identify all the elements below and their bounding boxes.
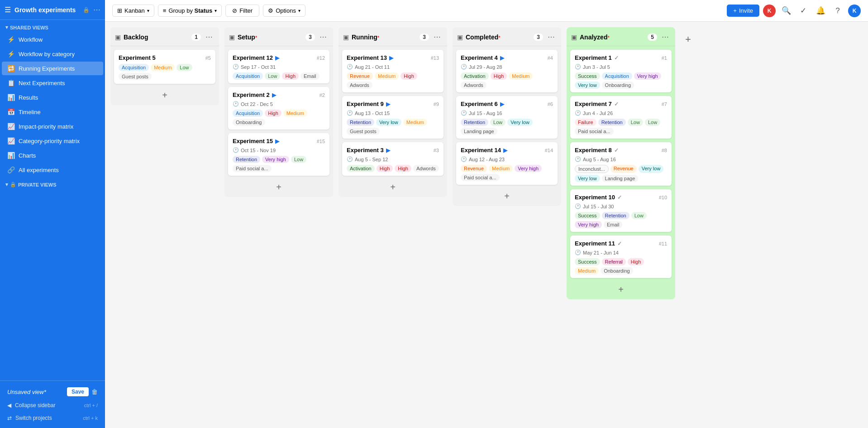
card-date-exp14: 🕐Aug 12 - Aug 23	[461, 156, 553, 162]
col-body-analyzed: Experiment 1✓#1🕐Jun 3 - Jul 5SuccessAcqu…	[567, 46, 675, 280]
sidebar-item-results[interactable]: 📊 Results	[2, 91, 103, 104]
add-card-button-setup[interactable]: +	[227, 180, 330, 194]
sidebar-item-impact-matrix[interactable]: 📈 Impact-priority matrix	[2, 120, 103, 133]
lock-small-icon: 🔒	[10, 182, 16, 188]
add-card-button-running[interactable]: +	[341, 180, 444, 194]
notifications-button[interactable]: ✓	[796, 4, 810, 18]
card-header-exp7: Experiment 7✓#7	[575, 101, 667, 107]
play-button-exp15[interactable]: ▶	[275, 138, 279, 144]
sidebar-item-running[interactable]: 🔁 Running Experiments	[2, 62, 103, 75]
user-avatar-main[interactable]: K	[848, 5, 861, 17]
sidebar-item-timeline[interactable]: 📅 Timeline	[2, 105, 103, 119]
card-exp15[interactable]: Experiment 15▶#15🕐Oct 15 - Nov 19Retenti…	[228, 133, 329, 176]
collapse-label: Collapse sidebar	[15, 402, 55, 409]
tag-low: Low	[490, 119, 506, 126]
tag-high: High	[628, 258, 644, 265]
sidebar-item-workflow-category[interactable]: ⚡ Workflow by category	[2, 47, 103, 61]
tag-medium: Medium	[509, 72, 533, 80]
col-body-completed: Experiment 4▶#4🕐Jul 29 - Aug 28Activatio…	[453, 46, 561, 187]
shared-views-section: ▾ SHARED VIEWS	[0, 20, 105, 32]
play-button-exp12[interactable]: ▶	[275, 55, 279, 61]
add-column-button[interactable]: +	[681, 29, 696, 50]
card-num-exp13: #13	[431, 55, 439, 61]
add-card-button-backlog[interactable]: +	[113, 88, 216, 102]
play-button-exp2[interactable]: ▶	[272, 92, 276, 98]
tag-high: High	[282, 72, 299, 80]
card-exp3[interactable]: Experiment 3▶#3🕐Aug 5 - Sep 12Activation…	[342, 142, 444, 176]
sidebar-item-next[interactable]: 📋 Next Experiments	[2, 76, 103, 90]
card-date-exp1: 🕐Jun 3 - Jul 5	[575, 64, 667, 70]
card-exp10[interactable]: Experiment 10✓#10🕐Jul 15 - Jul 30Success…	[570, 189, 672, 232]
card-num-exp8: #8	[662, 148, 667, 153]
card-exp8[interactable]: Experiment 8✓#8🕐Aug 5 - Aug 16Inconclust…	[570, 142, 672, 186]
add-card-row-setup: +	[224, 178, 333, 197]
search-button[interactable]: 🔍	[779, 4, 793, 18]
col-menu-button-running[interactable]: ⋯	[432, 32, 443, 42]
group-by-button[interactable]: ≡ Group by Status ▾	[158, 5, 222, 17]
card-exp6[interactable]: Experiment 6▶#6🕐Jul 15 - Aug 16Retention…	[456, 96, 558, 139]
col-header-icon: ▣	[457, 34, 463, 41]
card-exp13[interactable]: Experiment 13▶#13🕐Aug 21 - Oct 11Revenue…	[342, 50, 444, 92]
sidebar-item-workflow[interactable]: ⚡ Workflow	[2, 33, 103, 46]
col-menu-button-analyzed[interactable]: ⋯	[660, 32, 671, 42]
col-header-completed: ▣ Completed* 3 ⋯	[453, 27, 561, 46]
card-title-exp7: Experiment 7✓	[575, 101, 619, 107]
card-exp2[interactable]: Experiment 2▶#2🕐Oct 22 - Dec 5Acquisitio…	[228, 87, 329, 130]
tag-revenue: Revenue	[461, 165, 487, 172]
options-button[interactable]: ⚙ Options ▾	[263, 5, 305, 17]
add-card-button-analyzed[interactable]: +	[569, 283, 672, 297]
invite-button[interactable]: + Invite	[727, 5, 759, 17]
invite-label: Invite	[739, 7, 753, 14]
card-title-exp5: Experiment 5	[119, 54, 156, 61]
play-button-exp6[interactable]: ▶	[500, 101, 504, 107]
col-menu-button-setup[interactable]: ⋯	[318, 32, 329, 42]
options-icon: ⚙	[268, 7, 273, 14]
play-button-exp13[interactable]: ▶	[389, 55, 393, 61]
card-exp11[interactable]: Experiment 11✓#11🕐May 21 - Jun 14Success…	[570, 236, 672, 278]
play-button-exp4[interactable]: ▶	[500, 55, 504, 61]
sidebar-item-label: Workflow	[19, 36, 43, 43]
switch-projects-item[interactable]: ⇄ Switch projects ctrl + k	[2, 412, 103, 424]
tag-retention: Retention	[461, 119, 488, 126]
help-button[interactable]: ?	[831, 4, 844, 18]
card-exp9[interactable]: Experiment 9▶#9🕐Aug 13 - Oct 15Retention…	[342, 96, 444, 139]
sidebar-item-label: All experiments	[19, 167, 59, 173]
tag-paid-social-a: Paid social a...	[233, 165, 272, 172]
sidebar-item-all[interactable]: 🔗 All experiments	[2, 163, 103, 177]
sidebar: ☰ Growth experiments 🔒 ⋯ ▾ SHARED VIEWS …	[0, 0, 105, 428]
user-avatar-k[interactable]: K	[763, 5, 776, 17]
sidebar-item-charts[interactable]: 📊 Charts	[2, 149, 103, 162]
tag-medium: Medium	[489, 165, 513, 172]
card-date-exp15: 🕐Oct 15 - Nov 19	[233, 147, 325, 153]
play-button-exp3[interactable]: ▶	[386, 147, 390, 154]
play-button-exp9[interactable]: ▶	[386, 101, 390, 107]
card-exp1[interactable]: Experiment 1✓#1🕐Jun 3 - Jul 5SuccessAcqu…	[570, 50, 672, 92]
sidebar-item-category-matrix[interactable]: 📈 Category-priority matrix	[2, 134, 103, 148]
tag-low: Low	[291, 156, 306, 163]
add-card-row-backlog: +	[110, 86, 219, 105]
card-exp7[interactable]: Experiment 7✓#7🕐Jun 4 - Jul 26FailureRet…	[570, 96, 672, 139]
workflow-icon: ⚡	[7, 36, 15, 43]
card-exp14[interactable]: Experiment 14▶#14🕐Aug 12 - Aug 23Revenue…	[456, 142, 558, 185]
card-exp5[interactable]: Experiment 5#5AcquisitionMediumLowGuest …	[114, 50, 215, 84]
sidebar-item-label: Charts	[19, 152, 36, 159]
play-button-exp14[interactable]: ▶	[503, 147, 507, 154]
col-header-icon: ▣	[343, 34, 349, 41]
save-button[interactable]: Save	[67, 387, 89, 396]
delete-unsaved-button[interactable]: 🗑	[91, 388, 98, 395]
col-menu-button-completed[interactable]: ⋯	[546, 32, 557, 42]
collapse-icon: ◀	[7, 402, 11, 409]
tag-low: Low	[176, 64, 192, 71]
filter-button[interactable]: ⊘ Filter	[225, 5, 259, 17]
add-card-button-completed[interactable]: +	[455, 189, 558, 203]
more-icon[interactable]: ⋯	[93, 5, 100, 14]
tag-very-low: Very low	[507, 119, 533, 126]
card-exp4[interactable]: Experiment 4▶#4🕐Jul 29 - Aug 28Activatio…	[456, 50, 558, 92]
bell-button[interactable]: 🔔	[814, 4, 827, 18]
collapse-sidebar-item[interactable]: ◀ Collapse sidebar ctrl + /	[2, 399, 103, 412]
card-exp12[interactable]: Experiment 12▶#12🕐Sep 17 - Oct 31Acquisi…	[228, 50, 329, 83]
kanban-view-button[interactable]: ⊞ Kanban ▾	[112, 5, 154, 17]
clock-icon: 🕐	[233, 147, 239, 153]
card-date-exp4: 🕐Jul 29 - Aug 28	[461, 64, 553, 70]
col-menu-button-backlog[interactable]: ⋯	[204, 32, 215, 42]
